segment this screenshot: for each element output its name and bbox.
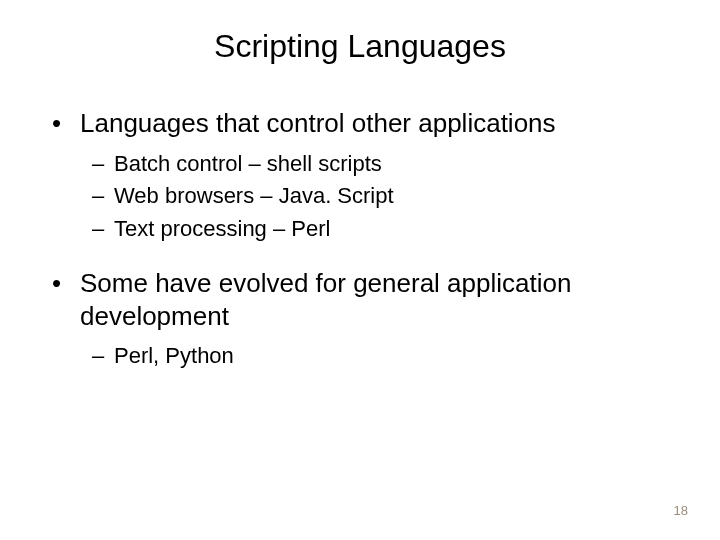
bullet-text: Languages that control other application… (80, 108, 556, 138)
sub-bullet-group: Perl, Python (40, 342, 680, 371)
sub-bullet-item: Text processing – Perl (92, 215, 680, 244)
bullet-item: Languages that control other application… (52, 107, 680, 140)
bullet-item: Some have evolved for general applicatio… (52, 267, 680, 332)
sub-bullet-text: Batch control – shell scripts (114, 151, 382, 176)
page-number: 18 (674, 503, 688, 518)
sub-bullet-text: Web browsers – Java. Script (114, 183, 394, 208)
sub-bullet-group: Batch control – shell scripts Web browse… (40, 150, 680, 244)
slide-container: Scripting Languages Languages that contr… (0, 0, 720, 540)
sub-bullet-item: Perl, Python (92, 342, 680, 371)
sub-bullet-item: Batch control – shell scripts (92, 150, 680, 179)
sub-bullet-text: Perl, Python (114, 343, 234, 368)
sub-bullet-text: Text processing – Perl (114, 216, 330, 241)
bullet-text: Some have evolved for general applicatio… (80, 268, 571, 331)
sub-bullet-item: Web browsers – Java. Script (92, 182, 680, 211)
slide-title: Scripting Languages (40, 28, 680, 65)
